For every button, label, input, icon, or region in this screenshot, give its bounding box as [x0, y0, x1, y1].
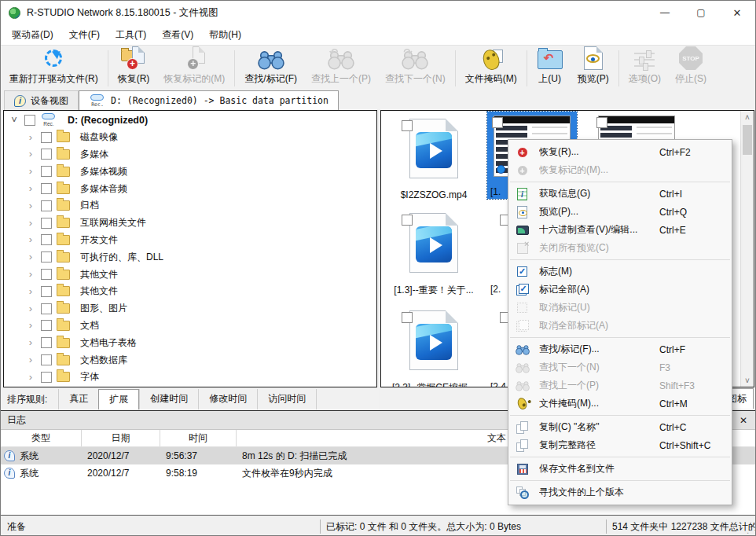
- vertical-scrollbar[interactable]: ˄ ˅: [740, 111, 754, 387]
- tree-root[interactable]: ˅ Rec. D: (Recognized0): [4, 112, 376, 129]
- tree-item-executables[interactable]: ›可执行的、库、DLL: [4, 248, 376, 266]
- tab-device-view[interactable]: i 设备视图: [4, 90, 79, 110]
- tree-item-other-files-2[interactable]: ›其他文件: [4, 283, 376, 300]
- tree-item-other-files-1[interactable]: ›其他文件: [4, 266, 376, 283]
- recover-marked-button[interactable]: + 恢复标记的(M): [156, 47, 232, 90]
- chevron-right-icon[interactable]: ›: [25, 201, 36, 211]
- chevron-right-icon[interactable]: ›: [25, 287, 36, 296]
- chevron-right-icon[interactable]: ›: [25, 355, 36, 365]
- log-close-icon[interactable]: ✕: [736, 413, 750, 428]
- chevron-right-icon[interactable]: ›: [25, 338, 36, 347]
- tab-partition-view[interactable]: Rec. D: (Recognized0) -> Basic data part…: [79, 90, 339, 110]
- minimize-button[interactable]: —: [647, 2, 683, 24]
- checkbox[interactable]: [41, 354, 52, 365]
- menu-copy-full-path[interactable]: 复制完整路径 Ctrl+Shift+C: [508, 436, 732, 454]
- find-next-button[interactable]: ↷ 查找下一个(N): [378, 47, 453, 90]
- menu-unmark[interactable]: 取消标记(U): [508, 299, 732, 317]
- scroll-down-icon[interactable]: ˅: [741, 374, 754, 387]
- checkbox[interactable]: [41, 149, 52, 160]
- menu-hex-view-edit[interactable]: 十六进制查看(V)/编辑... Ctrl+E: [508, 221, 732, 239]
- options-button[interactable]: 选项(O): [622, 47, 668, 90]
- checkbox[interactable]: [41, 286, 52, 297]
- checkbox[interactable]: [41, 132, 52, 143]
- tree-item-multimedia-video[interactable]: ›多媒体视频: [4, 163, 376, 180]
- find-mark-button[interactable]: 查找/标记(F): [237, 47, 304, 90]
- menu-recover[interactable]: + 恢复(R)... Ctrl+F2: [508, 143, 732, 161]
- checkbox[interactable]: [24, 115, 35, 126]
- chevron-right-icon[interactable]: ›: [25, 252, 36, 262]
- tree-item-fonts[interactable]: ›字体: [4, 369, 376, 386]
- close-button[interactable]: ✕: [719, 2, 755, 24]
- chevron-right-icon[interactable]: ›: [25, 321, 36, 330]
- tree-item-spreadsheets[interactable]: ›文档电子表格: [4, 334, 376, 351]
- reopen-drive-files-button[interactable]: 重新打开驱动文件(R): [2, 47, 105, 90]
- chevron-right-icon[interactable]: ›: [25, 304, 36, 314]
- checkbox[interactable]: [41, 269, 52, 280]
- chevron-right-icon[interactable]: ›: [25, 149, 36, 159]
- sort-tab-real[interactable]: 真正: [58, 389, 98, 409]
- tree-item-internet-files[interactable]: ›互联网相关文件: [4, 215, 376, 232]
- menu-close-all-previews[interactable]: 关闭所有预览(C): [508, 239, 732, 257]
- sort-tab-modification-time[interactable]: 修改时间: [198, 389, 257, 409]
- tree-item-disk-images[interactable]: ›磁盘映像: [4, 129, 376, 146]
- menu-find-mark[interactable]: 查找/标记(F)... Ctrl+F: [508, 340, 732, 358]
- tree-item-documents[interactable]: ›文档: [4, 318, 376, 335]
- log-column-time[interactable]: 时间: [160, 430, 237, 446]
- chevron-right-icon[interactable]: ›: [25, 373, 36, 382]
- file-checkbox[interactable]: [402, 120, 413, 131]
- resize-grip-icon[interactable]: ⋰: [747, 525, 755, 535]
- checkbox[interactable]: [41, 183, 52, 194]
- chevron-right-icon[interactable]: ›: [25, 218, 36, 228]
- menu-find-next[interactable]: 查找下一个(N) F3: [508, 358, 732, 376]
- up-button[interactable]: ↶ 上(U): [530, 47, 571, 90]
- log-column-date[interactable]: 日期: [82, 430, 160, 446]
- checkbox[interactable]: [41, 166, 52, 177]
- menu-view[interactable]: 查看(V): [154, 25, 201, 45]
- menu-preview[interactable]: 预览(P)... Ctrl+Q: [508, 203, 732, 221]
- chevron-right-icon[interactable]: ›: [25, 270, 36, 279]
- sort-tab-extensions[interactable]: 扩展: [98, 389, 139, 409]
- menu-get-info[interactable]: i 获取信息(G) Ctrl+I: [508, 185, 732, 203]
- menu-find-previous-version[interactable]: 寻找文件的上个版本: [508, 483, 732, 501]
- checkbox[interactable]: [41, 218, 52, 229]
- menu-save-filenames-to-file[interactable]: 保存文件名到文件: [508, 460, 732, 478]
- checkbox[interactable]: [41, 234, 52, 245]
- sort-tab-access-time[interactable]: 访问时间: [257, 389, 317, 409]
- menu-drives[interactable]: 驱动器(D): [4, 25, 61, 45]
- chevron-right-icon[interactable]: ›: [25, 184, 36, 193]
- checkbox[interactable]: [41, 372, 52, 383]
- log-column-type[interactable]: 类型: [1, 430, 82, 446]
- chevron-right-icon[interactable]: ›: [25, 167, 36, 176]
- checkbox[interactable]: [41, 251, 52, 262]
- chevron-down-icon[interactable]: ˅: [9, 116, 20, 125]
- file-tile[interactable]: [2.3]--掌握CE挖掘...: [389, 306, 479, 387]
- tree-item-multimedia-audio[interactable]: ›多媒体音频: [4, 180, 376, 197]
- menu-file-mask[interactable]: 文件掩码(M)... Ctrl+M: [508, 395, 732, 413]
- checkbox[interactable]: [41, 337, 52, 348]
- tree-item-databases[interactable]: ›文档数据库: [4, 351, 376, 369]
- checkbox[interactable]: [41, 303, 52, 314]
- menu-mark-all[interactable]: ✓✓ 标记全部(A): [508, 281, 732, 299]
- stop-button[interactable]: STOP 停止(S): [668, 47, 714, 90]
- tree-item-graphics[interactable]: ›图形、图片: [4, 300, 376, 318]
- menu-copy-name[interactable]: 复制(C) "名称" Ctrl+C: [508, 418, 732, 436]
- scrollbar-thumb[interactable]: [743, 125, 752, 155]
- file-checkbox[interactable]: [492, 117, 503, 128]
- tree-item-archives[interactable]: ›归档: [4, 197, 376, 215]
- menu-file[interactable]: 文件(F): [61, 25, 108, 45]
- file-mask-button[interactable]: 文件掩码(M): [458, 47, 524, 90]
- chevron-right-icon[interactable]: ›: [25, 235, 36, 244]
- menu-help[interactable]: 帮助(H): [201, 25, 249, 45]
- preview-button[interactable]: 预览(P): [571, 47, 616, 90]
- file-checkbox[interactable]: [402, 312, 413, 323]
- chevron-right-icon[interactable]: ›: [25, 133, 36, 142]
- scroll-up-icon[interactable]: ˄: [741, 111, 754, 123]
- recover-button[interactable]: + 恢复(R): [111, 47, 157, 90]
- menu-mark[interactable]: ✓ 标志(M): [508, 262, 732, 281]
- file-checkbox[interactable]: [596, 117, 607, 128]
- menu-find-previous[interactable]: 查找上一个(P) Shift+F3: [508, 376, 732, 395]
- file-tile[interactable]: $I2ZSZOG.mp4: [389, 114, 479, 201]
- tree-item-dev-files[interactable]: ›开发文件: [4, 232, 376, 249]
- menu-recover-marked[interactable]: + 恢复标记的(M)...: [508, 161, 732, 179]
- file-tile[interactable]: [1.3]--重要！关于...: [389, 208, 479, 296]
